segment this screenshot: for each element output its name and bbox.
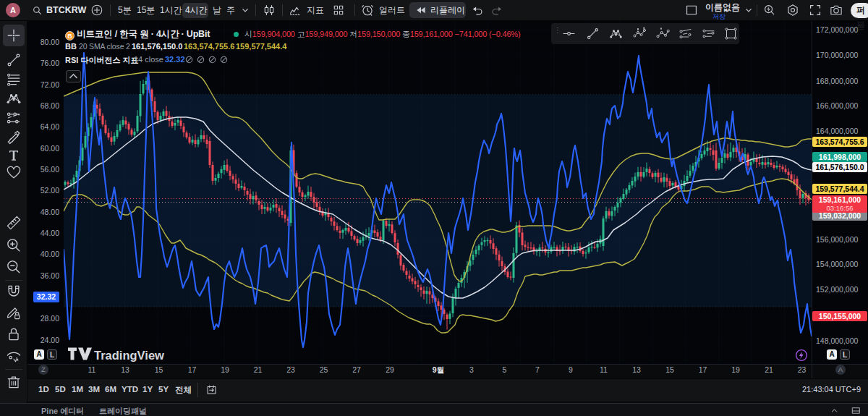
svg-text:TradingView: TradingView bbox=[94, 349, 164, 362]
